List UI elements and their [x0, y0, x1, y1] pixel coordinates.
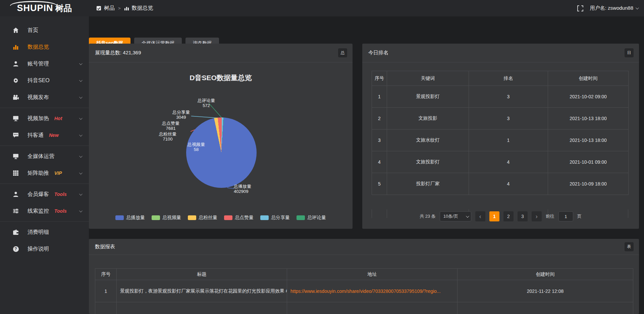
- wallet-icon: [13, 229, 19, 235]
- cell-index: 3: [372, 129, 387, 151]
- sidebar-item-video-publish[interactable]: 视频发布: [0, 89, 89, 106]
- sidebar-item-douketong[interactable]: 抖客通 New: [0, 127, 89, 144]
- legend-item-fans[interactable]: 总粉丝量: [188, 215, 217, 221]
- app-root: SHUPIN 树品 树品 > 数据总览 用户名: zswodun88: [0, 0, 644, 314]
- chevron-down-icon: [79, 171, 83, 174]
- report-table: 序号 标题 地址 创建时间 1 景观投影灯，夜游景观投影灯厂家展示展示落花灯在花…: [95, 268, 633, 314]
- cell-index: 2: [372, 108, 387, 129]
- user-menu[interactable]: 用户名: zswodun88: [590, 5, 638, 11]
- breadcrumb-current-icon: [124, 6, 129, 11]
- col-index: 序号: [372, 71, 387, 86]
- breadcrumb-current: 数据总览: [132, 5, 153, 12]
- sidebar-item-label: 会员爆客: [28, 191, 49, 198]
- cell-rank: 4: [469, 173, 548, 195]
- chevron-down-icon: [79, 192, 83, 196]
- cell-created: 2021-11-22 12:08: [458, 280, 633, 302]
- table-row: 1 景观投影灯，夜游景观投影灯厂家展示展示落花灯在花园里的灯光投影应用效果 # …: [95, 280, 633, 302]
- pie-graphic[interactable]: [186, 117, 257, 188]
- sidebar-item-help[interactable]: ? 操作说明: [0, 241, 89, 257]
- page-size-select[interactable]: 10条/页: [440, 211, 471, 221]
- sidebar-divider: [0, 184, 89, 184]
- chat-bubble-icon: [13, 132, 19, 138]
- total-corner-button[interactable]: 总: [338, 48, 347, 57]
- chart-legend: 总播放量 总视频量 总粉丝量 总点赞量 总分享量 总评论量: [89, 215, 353, 221]
- goto-label: 前往: [546, 213, 554, 219]
- legend-item-plays[interactable]: 总播放量: [115, 215, 145, 221]
- breadcrumb: 树品 > 数据总览: [96, 5, 153, 12]
- legend-item-likes[interactable]: 总点赞量: [224, 215, 254, 221]
- cell-created: 2021-10-13 18:00: [548, 108, 629, 129]
- table-row: 4 文旅投影灯 4 2021-10-01 09:00: [372, 151, 629, 173]
- chevron-down-icon: [79, 95, 83, 99]
- cell-keyword: 文旅投影: [387, 108, 469, 129]
- col-created: 创建时间: [458, 269, 633, 280]
- cell-keyword: 投影灯厂家: [387, 173, 469, 195]
- sidebar-item-data-overview[interactable]: 数据总览: [0, 39, 89, 55]
- goto-page-input[interactable]: [558, 211, 573, 221]
- sidebar-item-video-heat[interactable]: 视频加热 Hot: [0, 110, 89, 127]
- table-row: 5 投影灯厂家 4 2021-10-09 18:00: [372, 173, 629, 195]
- page-size-value: 10条/页: [443, 213, 458, 219]
- header-right-group: 用户名: zswodun88: [577, 5, 644, 11]
- pie-chart: D音SEO数据量总览 总评论量572 总分享量3049 总点赞量7681 总粉丝…: [89, 62, 353, 229]
- legend-item-comments[interactable]: 总评论量: [297, 215, 326, 221]
- sidebar-item-label: 操作说明: [28, 246, 49, 253]
- legend-swatch: [115, 215, 124, 220]
- legend-swatch: [152, 215, 160, 220]
- page-button-1[interactable]: 1: [489, 211, 499, 221]
- sidebar-item-member-burst[interactable]: 会员爆客 Tools: [0, 186, 89, 203]
- page-unit-label: 页: [577, 213, 582, 219]
- cell-rank: 3: [469, 108, 548, 129]
- legend-item-shares[interactable]: 总分享量: [260, 215, 290, 221]
- ranking-table: 序号 关键词 排名 创建时间 1 景观投影灯 3 2021-10-02 09:0…: [372, 71, 629, 195]
- fullscreen-icon[interactable]: [577, 5, 583, 11]
- col-index: 序号: [95, 269, 117, 280]
- next-page-button[interactable]: ›: [532, 211, 542, 221]
- total-count: 共 23 条: [420, 213, 436, 219]
- col-title: 标题: [117, 269, 287, 280]
- sidebar-item-label: 账号管理: [28, 60, 49, 67]
- chevron-down-icon: [636, 6, 639, 9]
- cell-title: 景观投影灯，夜游景观投影灯厂家展示展示落花灯在花园里的灯光投影应用效果 #: [117, 280, 287, 302]
- display-icon: [13, 153, 19, 159]
- day-corner-button[interactable]: 日: [625, 48, 634, 57]
- sidebar-item-douyin-seo[interactable]: 抖音SEO: [0, 72, 89, 89]
- video-link[interactable]: https://www.iesdouyin.com/share/video/70…: [290, 289, 441, 294]
- sidebar-item-media-ops[interactable]: 全媒体运营: [0, 148, 89, 165]
- legend-item-videos[interactable]: 总视频量: [152, 215, 181, 221]
- table-corner-button[interactable]: 表: [625, 242, 634, 251]
- chevron-down-icon: [79, 209, 83, 212]
- pie-label-shares: 总分享量3049: [163, 110, 200, 120]
- legend-swatch: [297, 215, 305, 220]
- prev-page-button[interactable]: ‹: [475, 211, 485, 221]
- sidebar-item-spend-detail[interactable]: 消费明细: [0, 224, 89, 241]
- username-label: 用户名: zswodun88: [590, 5, 633, 11]
- legend-swatch: [188, 215, 196, 220]
- ranking-panel-title: 今日排名: [368, 50, 388, 56]
- panel-header: 今日排名 日: [362, 44, 639, 62]
- col-url: 地址: [287, 269, 458, 280]
- legend-swatch: [260, 215, 269, 220]
- col-created: 创建时间: [548, 71, 629, 86]
- sidebar-item-matrix-boost[interactable]: 矩阵助推 VIP: [0, 165, 89, 181]
- pie-label-plays: 总播放量402909: [234, 184, 271, 194]
- sidebar-item-label: 矩阵助推: [28, 170, 49, 177]
- sidebar-item-lead-monitor[interactable]: 线索监控 Tools: [0, 203, 89, 219]
- new-badge: New: [49, 133, 59, 138]
- cell-keyword: 景观投影灯: [387, 86, 469, 108]
- question-icon: ?: [13, 246, 19, 252]
- monitor-icon: [13, 115, 19, 121]
- page-button-3[interactable]: 3: [518, 211, 528, 221]
- sidebar-item-home[interactable]: 首页: [0, 22, 89, 39]
- chevron-down-icon: [79, 154, 83, 158]
- app-logo: SHUPIN 树品: [0, 0, 89, 16]
- sliders-icon: [13, 208, 19, 214]
- sidebar-item-label: 首页: [28, 27, 38, 34]
- video-camera-icon: [13, 94, 19, 100]
- breadcrumb-root[interactable]: 树品: [104, 5, 115, 12]
- page-button-2[interactable]: 2: [503, 211, 514, 221]
- sidebar-item-account[interactable]: 账号管理: [0, 55, 89, 72]
- cell-rank: 3: [469, 86, 548, 108]
- sidebar-item-label: 抖客通: [28, 132, 44, 139]
- cell-created: 2021-10-02 09:00: [548, 86, 629, 108]
